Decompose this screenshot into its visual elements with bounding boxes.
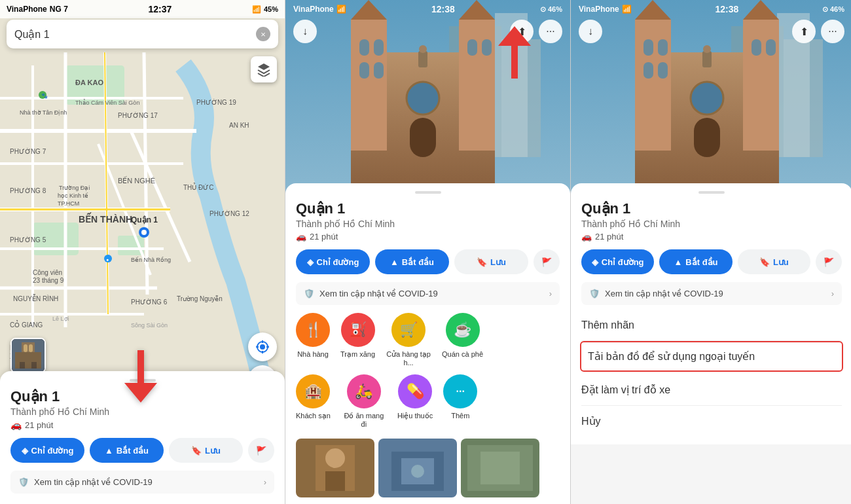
luu-button-2[interactable]: 🔖 Lưu (454, 249, 528, 274)
svg-text:PHƯỜNG 5: PHƯỜNG 5 (10, 236, 46, 243)
pharmacy-icon: 💊 (398, 374, 432, 408)
search-clear-button[interactable]: × (256, 27, 270, 41)
cat-cafe-label: Quán cà phê (442, 350, 483, 358)
svg-text:PHƯỜNG 12: PHƯỜNG 12 (209, 210, 249, 217)
svg-rect-89 (418, 51, 427, 67)
car-icon-1: 🚗 (10, 420, 22, 430)
red-arrow-down (124, 350, 157, 403)
panel-map: VinaPhone NG 7 12:37 📶 45% Quận 1 × (0, 0, 285, 504)
location-button[interactable] (248, 333, 277, 361)
nav-icon-2: ◈ (307, 257, 314, 267)
bat-dau-button-1[interactable]: ▲ Bắt đầu (90, 438, 164, 463)
location-icon-2: ⊙ (540, 5, 546, 14)
action-buttons-2: ◈ Chỉ đường ▲ Bắt đầu 🔖 Lưu 🚩 (296, 249, 560, 274)
status-bar-left-1: VinaPhone NG 7 (7, 5, 68, 14)
chevron-down-icon-3: ↓ (588, 26, 593, 37)
bat-dau-button-2[interactable]: ▲ Bắt đầu (375, 249, 449, 274)
nav-icon-3: ◈ (592, 257, 598, 267)
hero-controls-3: ↓ ⬆ ··· (571, 20, 851, 43)
cat-restaurant[interactable]: 🍴 Nhà hàng (296, 313, 330, 367)
hero-image-2: ↓ ⬆ ··· (285, 0, 570, 196)
photo-thumb-3[interactable] (461, 439, 539, 497)
svg-text:PHƯỜNG 8: PHƯỜNG 8 (10, 187, 46, 194)
location-icon (255, 340, 270, 354)
svg-text:PHƯỜNG 7: PHƯỜNG 7 (10, 148, 46, 155)
search-bar[interactable]: Quận 1 × (7, 20, 278, 48)
red-arrow-up-svg (498, 26, 531, 79)
hero-share-button-3[interactable]: ⬆ (792, 20, 816, 43)
covid-arrow-3: › (831, 289, 834, 298)
svg-text:học Kinh tế: học Kinh tế (58, 192, 88, 199)
detail-subtitle-3: Thành phố Hồ Chí Minh (581, 219, 842, 229)
menu-item-download[interactable]: Tải bản đồ để sử dụng ngoại tuyến (580, 341, 843, 372)
status-bar-right-3: ⊙ 46% (822, 5, 844, 14)
chi-duong-button-3[interactable]: ◈ Chỉ đường (581, 249, 654, 274)
car-icon-2: 🚗 (296, 232, 306, 242)
svg-point-100 (411, 465, 424, 478)
luu-button-1[interactable]: 🔖 Lưu (169, 438, 243, 463)
covid-banner-2[interactable]: 🛡️ Xem tin cập nhật về COVID-19 › (296, 282, 560, 305)
covid-arrow-2: › (549, 289, 552, 298)
detail-time-3: 🚗 21 phút (581, 232, 842, 242)
svg-text:AN KH: AN KH (229, 122, 249, 129)
covid-banner-3[interactable]: 🛡️ Xem tin cập nhật về COVID-19 › (581, 282, 842, 305)
cat-gas[interactable]: ⛽ Trạm xăng (340, 313, 375, 367)
chevron-down-icon-2: ↓ (302, 26, 308, 37)
svg-rect-83 (359, 62, 369, 79)
restaurant-icon: 🍴 (296, 313, 330, 347)
hero-down-button-2[interactable]: ↓ (293, 20, 317, 43)
svg-rect-62 (24, 344, 27, 352)
svg-text:🐾: 🐾 (41, 92, 48, 99)
menu-item-add-label[interactable]: Thêm nhãn (581, 310, 842, 341)
status-bar-1: VinaPhone NG 7 12:37 📶 45% (0, 0, 285, 18)
more-button-1[interactable]: 🚩 (248, 438, 274, 463)
share-icon-3: ⬆ (800, 26, 808, 38)
menu-item-cancel[interactable]: Hủy (581, 406, 842, 437)
cat-pharmacy-label: Hiệu thuốc (397, 412, 433, 420)
more-icon-3: ··· (828, 26, 837, 37)
hero-more-button-3[interactable]: ··· (821, 20, 844, 43)
svg-text:Sông Sài Gòn: Sông Sài Gòn (131, 322, 168, 329)
battery-2: 46% (548, 5, 562, 13)
cat-grocery[interactable]: 🛒 Cửa hàng tạp h... (386, 313, 431, 367)
flag-button-2[interactable]: 🚩 (534, 249, 560, 274)
time-text-1: 21 phút (25, 420, 53, 430)
time-1: 12:37 (148, 4, 172, 14)
svg-text:PHƯỜNG 6: PHƯỜNG 6 (131, 298, 168, 306)
photo-thumb-1[interactable] (296, 439, 374, 497)
covid-arrow-1: › (264, 477, 266, 487)
bookmark-icon-2: 🔖 (477, 257, 487, 267)
hero-down-button-3[interactable]: ↓ (579, 20, 602, 43)
time-3: 12:38 (715, 4, 738, 14)
svg-point-120 (691, 82, 723, 115)
svg-text:ĐA KAO: ĐA KAO (75, 79, 103, 86)
svg-text:Trường Nguyễn: Trường Nguyễn (177, 295, 223, 302)
card-subtitle-1: Thành phố Hồ Chí Minh (10, 406, 274, 417)
battery-3: 46% (830, 5, 844, 13)
status-bar-left-3: VinaPhone 📶 (579, 5, 632, 14)
thumb-svg-3 (461, 439, 539, 497)
cat-cafe[interactable]: ☕ Quán cà phê (442, 313, 483, 367)
flag-button-3[interactable]: 🚩 (816, 249, 842, 274)
detail-title-2: Quận 1 (296, 200, 560, 217)
cat-hotel[interactable]: 🏨 Khách sạn (296, 374, 331, 428)
menu-item-parking[interactable]: Đặt làm vị trí đỗ xe (581, 374, 842, 406)
cat-grocery-label: Cửa hàng tạp h... (386, 350, 431, 367)
thumb-svg-2 (378, 439, 457, 497)
luu-button-3[interactable]: 🔖 Lưu (738, 249, 810, 274)
cat-delivery[interactable]: 🛵 Đồ ăn mang đi (341, 374, 387, 428)
chi-duong-button-1[interactable]: ◈ Chỉ đường (10, 438, 84, 463)
location-photo-thumbnail[interactable] (10, 338, 46, 373)
cat-pharmacy[interactable]: 💊 Hiệu thuốc (397, 374, 433, 428)
hero-more-button-2[interactable]: ··· (539, 20, 562, 43)
svg-text:Nhà thờ Tân Định: Nhà thờ Tân Định (20, 109, 67, 116)
cat-more[interactable]: ··· Thêm (443, 374, 477, 428)
covid-banner-1[interactable]: 🛡️ Xem tin cập nhật về COVID-19 › (10, 471, 274, 494)
layers-button[interactable] (251, 56, 277, 82)
covid-text-2: Xem tin cập nhật về COVID-19 (319, 289, 438, 298)
chi-duong-button-2[interactable]: ◈ Chỉ đường (296, 249, 370, 274)
navigation-icon-1: ◈ (22, 446, 28, 456)
photo-thumb-2[interactable] (378, 439, 457, 497)
bat-dau-button-3[interactable]: ▲ Bắt đầu (659, 249, 732, 274)
drag-handle-2 (415, 191, 441, 194)
